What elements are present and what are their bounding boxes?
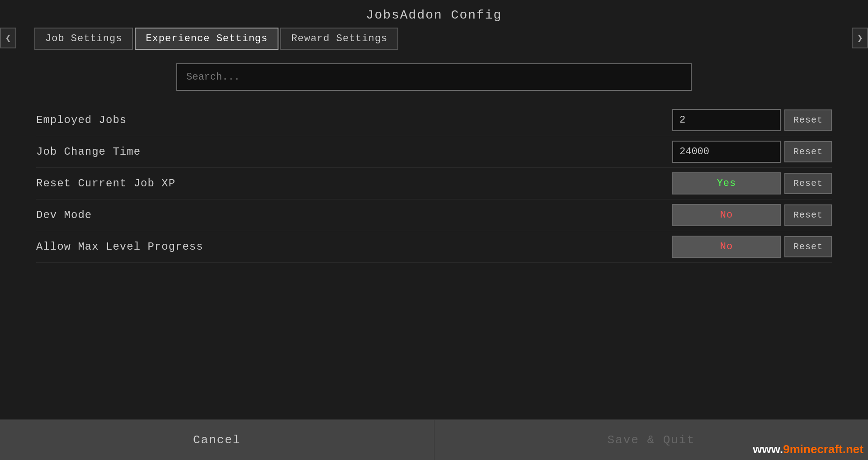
setting-label-employed-jobs: Employed Jobs [36, 114, 672, 126]
reset-current-job-xp-toggle[interactable]: Yes [672, 172, 781, 194]
watermark-nine: 9minecraft.net [783, 442, 863, 456]
job-change-time-reset-button[interactable]: Reset [784, 141, 832, 162]
tab-experience-settings[interactable]: Experience Settings [135, 28, 278, 50]
setting-control-employed-jobs: Reset [672, 109, 832, 131]
setting-label-dev-mode: Dev Mode [36, 209, 672, 221]
search-input[interactable] [176, 63, 692, 91]
job-change-time-input[interactable] [672, 141, 781, 163]
setting-control-job-change-time: Reset [672, 141, 832, 163]
setting-row-job-change-time: Job Change Time Reset [36, 136, 832, 168]
setting-control-reset-current-job-xp: Yes Reset [672, 172, 832, 194]
setting-row-reset-current-job-xp: Reset Current Job XP Yes Reset [36, 168, 832, 199]
setting-label-reset-current-job-xp: Reset Current Job XP [36, 177, 672, 190]
tab-reward-settings[interactable]: Reward Settings [280, 28, 398, 50]
nav-arrow-left[interactable]: ❮ [0, 28, 16, 48]
setting-control-allow-max-level-progress: No Reset [672, 236, 832, 258]
setting-row-employed-jobs: Employed Jobs Reset [36, 104, 832, 136]
dev-mode-toggle[interactable]: No [672, 204, 781, 226]
dev-mode-reset-button[interactable]: Reset [784, 204, 832, 226]
employed-jobs-reset-button[interactable]: Reset [784, 109, 832, 131]
bottom-bar: Cancel Save & Quit www.9minecraft.net [0, 419, 868, 460]
setting-row-dev-mode: Dev Mode No Reset [36, 199, 832, 231]
tab-job-settings[interactable]: Job Settings [34, 28, 133, 50]
setting-row-allow-max-level-progress: Allow Max Level Progress No Reset [36, 231, 832, 263]
watermark: www.9minecraft.net [753, 442, 863, 456]
setting-control-dev-mode: No Reset [672, 204, 832, 226]
settings-list: Employed Jobs Reset Job Change Time Rese… [36, 104, 832, 263]
watermark-text: www. [753, 442, 783, 456]
search-container [36, 63, 832, 91]
employed-jobs-input[interactable] [672, 109, 781, 131]
reset-current-job-xp-reset-button[interactable]: Reset [784, 173, 832, 194]
tabs-bar: ❮ Job Settings Experience Settings Rewar… [0, 28, 868, 50]
nav-arrow-right[interactable]: ❯ [852, 28, 868, 48]
content-area: Employed Jobs Reset Job Change Time Rese… [0, 54, 868, 419]
cancel-button[interactable]: Cancel [0, 420, 434, 460]
app-title: JobsAddon Config [0, 0, 868, 28]
setting-label-allow-max-level-progress: Allow Max Level Progress [36, 241, 672, 253]
app-container: JobsAddon Config ❮ Job Settings Experien… [0, 0, 868, 460]
allow-max-level-progress-toggle[interactable]: No [672, 236, 781, 258]
setting-label-job-change-time: Job Change Time [36, 146, 672, 158]
allow-max-level-progress-reset-button[interactable]: Reset [784, 236, 832, 257]
bottom-buttons: Cancel Save & Quit [0, 420, 868, 460]
